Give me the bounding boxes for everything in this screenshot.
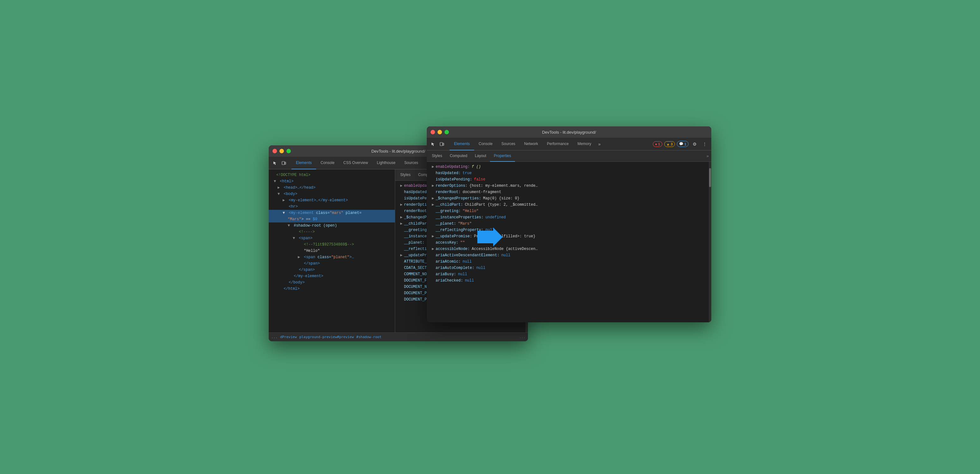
dom-planet-arrow[interactable]: ▶ [298, 254, 302, 260]
dom-head-arrow[interactable]: ▶ [278, 185, 282, 191]
blue-arrow-icon [477, 227, 503, 247]
cursor-icon[interactable] [271, 159, 279, 167]
tab-more-front[interactable]: » [596, 142, 603, 146]
prop-changedProperties-front: ▶ _$changedProperties: Map(0) {size: 0} [427, 195, 709, 202]
prop-accessKey-front: accessKey: "" [427, 240, 709, 246]
svg-rect-1 [285, 162, 286, 164]
panel-more-front[interactable]: » [705, 154, 710, 158]
dom-body-arrow[interactable]: ▼ [278, 191, 282, 197]
panel-tab-computed-front[interactable]: Computed [446, 150, 471, 162]
traffic-lights-back [272, 149, 291, 153]
tab-elements-back[interactable]: Elements [291, 157, 316, 169]
device-icon-front[interactable] [438, 140, 446, 148]
prop-ariaAutoComplete-front: ariaAutoComplete: null [427, 265, 709, 271]
tab-sources-front[interactable]: Sources [497, 138, 520, 150]
scrollbar-front[interactable] [709, 162, 711, 322]
minimize-button-front[interactable] [438, 130, 442, 134]
dom-hr: <hr> [269, 204, 395, 210]
tab-memory-front[interactable]: Memory [573, 138, 596, 150]
prop-updatePromise-front: ▶ __updatePromise: Promise {<fulfilled>:… [427, 233, 709, 240]
dom-my-element-2-cont: "Mars"> == $0 [269, 216, 395, 223]
dom-body: ▼ <body> [269, 191, 395, 197]
prop-ariaChecked-front: ariaChecked: null [427, 277, 709, 284]
prop-greeting-front: __greeting: "Hello" [427, 208, 709, 214]
dom-html-arrow[interactable]: ▼ [274, 178, 278, 184]
dom-mye1-arrow[interactable]: ▶ [283, 197, 286, 203]
svg-rect-3 [440, 143, 442, 146]
close-button-back[interactable] [272, 149, 277, 153]
error-badge-front[interactable]: ● 1 [653, 141, 662, 147]
panel-tab-properties-front[interactable]: Properties [490, 150, 515, 162]
dom-span-close: </span> [269, 260, 395, 267]
prop-renderRoot-front: renderRoot: document-fragment [427, 189, 709, 195]
props-content-front: ▶ enableUpdating: f () hasUpdated: true [427, 162, 709, 322]
device-icon[interactable] [280, 159, 288, 167]
toolbar-right-front: ● 1 ▲ 3 💬 1 ⚙ ⋮ [653, 140, 709, 148]
cursor-icon-front[interactable] [429, 140, 437, 148]
prop-ariaActiveDescendant-front: ariaActiveDescendantElement: null [427, 252, 709, 258]
tab-performance-front[interactable]: Performance [542, 138, 573, 150]
tab-network-front[interactable]: Network [520, 138, 542, 150]
info-badge-front[interactable]: 💬 1 [677, 141, 689, 147]
dom-html-close: </html> [269, 286, 395, 292]
prop-planet-front: __planet: "Mars" [427, 221, 709, 227]
breadcrumb-playground[interactable]: playground-preview#preview [299, 335, 354, 339]
breadcrumb-shadow-root[interactable]: #shadow-root [356, 335, 381, 339]
prop-reflectingProperty-front: __reflectingProperty: null [427, 227, 709, 233]
window-title-back: DevTools - lit.dev/playground/ [371, 149, 425, 154]
settings-button-front[interactable]: ⚙ [690, 140, 698, 148]
toolbar-icons-front [429, 140, 446, 148]
main-area-front: Styles Computed Layout Properties » ▶ en… [427, 150, 711, 322]
arrow-container [477, 227, 503, 247]
panel-tab-layout-front[interactable]: Layout [471, 150, 490, 162]
dom-shadow-arrow[interactable]: ▼ [288, 223, 291, 229]
prop-enableUpdating-front: ▶ enableUpdating: f () [427, 164, 709, 170]
dom-span-outer-close: </span> [269, 267, 395, 273]
warning-badge-front[interactable]: ▲ 3 [664, 141, 675, 147]
tab-console-front[interactable]: Console [474, 138, 497, 150]
dom-my-element-2[interactable]: ▼ <my-element class="mars" planet= [269, 210, 395, 216]
traffic-lights-front [431, 130, 449, 134]
scrollbar-thumb-front[interactable] [709, 168, 711, 187]
more-button-front[interactable]: ⋮ [700, 140, 709, 148]
dom-hello-text: "Hello" [269, 248, 395, 254]
prop-childPart-front: ▶ __childPart: ChildPart {type: 2, _$com… [427, 202, 709, 208]
maximize-button-front[interactable] [444, 130, 449, 134]
minimize-button-back[interactable] [280, 149, 284, 153]
svg-rect-4 [443, 143, 444, 145]
warning-icon-front: ▲ [667, 142, 670, 146]
scene: DevTools - lit.dev/playground/ [269, 126, 711, 348]
panel-tab-styles-front[interactable]: Styles [428, 150, 446, 162]
close-button-front[interactable] [431, 130, 435, 134]
maximize-button-back[interactable] [286, 149, 291, 153]
dom-head: ▶ <head>…</head> [269, 185, 395, 191]
prop-ariaAtomic-front: ariaAtomic: null [427, 258, 709, 265]
info-count-front: 1 [684, 142, 686, 146]
dom-comment-node: <!----> [269, 229, 395, 235]
dom-shadow-root: ▼ #shadow-root (open) [269, 223, 395, 229]
window-title-front: DevTools - lit.dev/playground/ [542, 130, 596, 135]
tab-console-back[interactable]: Console [316, 157, 339, 169]
svg-marker-2 [477, 227, 503, 247]
devtools-window-front: DevTools - lit.dev/playground/ Elem [427, 126, 711, 322]
panel-tab-styles-back[interactable]: Styles [396, 169, 414, 181]
toolbar-front: Elements Console Sources Network Perform… [427, 138, 711, 150]
breadcrumb-ellipsis: ... [271, 335, 278, 339]
breadcrumb-dpreview[interactable]: dPreview [280, 335, 297, 339]
tab-css-overview-back[interactable]: CSS Overview [339, 157, 372, 169]
dom-span-arrow[interactable]: ▼ [293, 235, 296, 241]
panel-tabs-front: Styles Computed Layout Properties » [427, 150, 711, 162]
chat-icon-front: 💬 [679, 142, 684, 146]
dom-mye2-arrow[interactable]: ▼ [283, 210, 286, 216]
dom-my-element-close: </my-element> [269, 273, 395, 279]
prop-instanceProperties-front: __instanceProperties: undefined [427, 214, 709, 221]
tab-sources-back[interactable]: Sources [400, 157, 423, 169]
dom-span-planet: ▶ <span class="planet">… [269, 254, 395, 260]
error-icon-front: ● [655, 142, 657, 146]
prop-ariaBusy-front: ariaBusy: null [427, 271, 709, 277]
breadcrumb-end: ... [519, 335, 525, 339]
dom-body-close: </body> [269, 279, 395, 286]
tab-lighthouse-back[interactable]: Lighthouse [372, 157, 400, 169]
dom-span-outer: ▼ <span> [269, 235, 395, 242]
tab-elements-front[interactable]: Elements [450, 138, 474, 150]
